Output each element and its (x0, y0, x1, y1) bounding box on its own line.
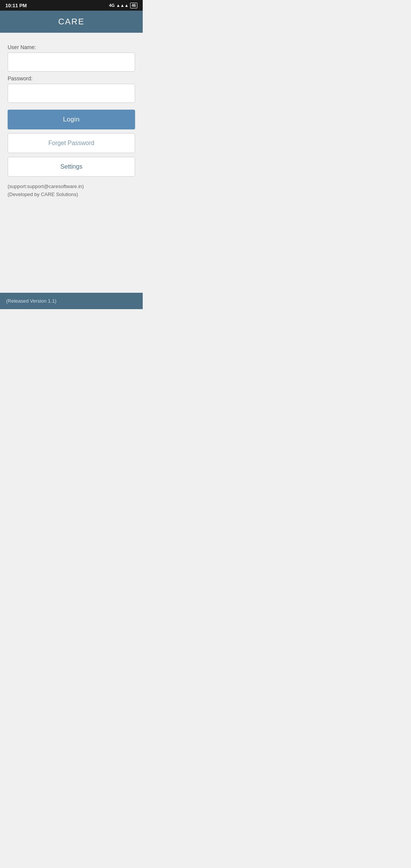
network-indicator: 4G (109, 3, 115, 8)
status-time: 10:11 PM (5, 3, 27, 8)
signal-icon: ▲▲▲ (116, 3, 129, 8)
version-text: (Released Version 1.1) (6, 298, 56, 304)
support-line1: (support:support@caresoftware.in) (8, 183, 135, 191)
battery-icon: 46 (130, 3, 137, 8)
status-bar: 10:11 PM 4G ▲▲▲ 46 (0, 0, 143, 11)
login-button[interactable]: Login (8, 110, 135, 129)
password-label: Password: (8, 75, 135, 81)
username-input[interactable] (8, 53, 135, 72)
settings-button[interactable]: Settings (8, 157, 135, 177)
main-content: User Name: Password: Login Forget Passwo… (0, 33, 143, 293)
support-line2: (Developed by CARE Solutions) (8, 191, 135, 199)
status-icons: 4G ▲▲▲ 46 (109, 3, 137, 8)
password-input[interactable] (8, 84, 135, 103)
app-footer: (Released Version 1.1) (0, 293, 143, 309)
password-group: Password: (8, 75, 135, 103)
support-text: (support:support@caresoftware.in) (Devel… (8, 183, 135, 199)
username-label: User Name: (8, 44, 135, 50)
username-group: User Name: (8, 44, 135, 72)
forget-password-button[interactable]: Forget Password (8, 133, 135, 153)
app-title: CARE (58, 17, 84, 26)
app-header: CARE (0, 11, 143, 33)
